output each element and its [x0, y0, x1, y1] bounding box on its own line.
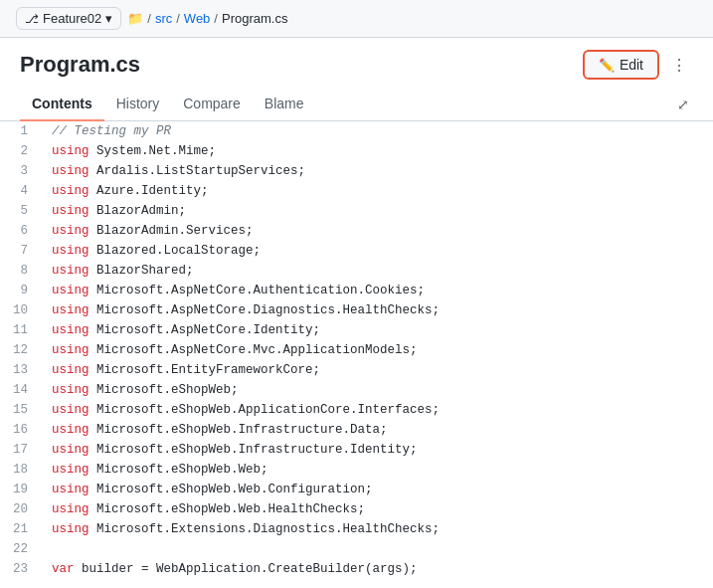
branch-selector[interactable]: ⎇ Feature02 ▾ [16, 7, 121, 30]
edit-button[interactable]: ✏️ Edit [583, 50, 659, 80]
line-number: 14 [0, 380, 40, 400]
table-row: 15using Microsoft.eShopWeb.ApplicationCo… [0, 400, 713, 420]
table-row: 20using Microsoft.eShopWeb.Web.HealthChe… [0, 499, 713, 519]
breadcrumb-web[interactable]: Web [184, 11, 211, 26]
branch-icon: ⎇ [25, 12, 39, 26]
table-row: 5using BlazorAdmin; [0, 201, 713, 221]
line-number: 8 [0, 261, 40, 281]
line-number: 15 [0, 400, 40, 420]
table-row: 2using System.Net.Mime; [0, 141, 713, 161]
line-content: using Microsoft.AspNetCore.Authenticatio… [40, 281, 713, 300]
folder-icon: 📁 [127, 11, 143, 26]
table-row: 17using Microsoft.eShopWeb.Infrastructur… [0, 440, 713, 460]
line-number: 12 [0, 340, 40, 360]
table-row: 16using Microsoft.eShopWeb.Infrastructur… [0, 420, 713, 440]
table-row: 22 [0, 539, 713, 559]
line-number: 19 [0, 480, 40, 499]
table-row: 10using Microsoft.AspNetCore.Diagnostics… [0, 300, 713, 320]
line-number: 20 [0, 499, 40, 519]
table-row: 11using Microsoft.AspNetCore.Identity; [0, 320, 713, 340]
pencil-icon: ✏️ [599, 58, 615, 73]
tab-contents[interactable]: Contents [20, 88, 104, 121]
line-content: using Microsoft.eShopWeb; [40, 380, 713, 400]
code-body: 1// Testing my PR2using System.Net.Mime;… [0, 121, 713, 576]
table-row: 3using Ardalis.ListStartupServices; [0, 161, 713, 181]
table-row: 23var builder = WebApplication.CreateBui… [0, 559, 713, 576]
table-row: 1// Testing my PR [0, 121, 713, 141]
line-number: 2 [0, 141, 40, 161]
line-number: 6 [0, 221, 40, 241]
page-title: Program.cs [20, 52, 140, 78]
line-content: using BlazorAdmin; [40, 201, 713, 221]
tab-history[interactable]: History [104, 88, 172, 121]
line-number: 1 [0, 121, 40, 141]
table-row: 21using Microsoft.Extensions.Diagnostics… [0, 519, 713, 539]
table-row: 18using Microsoft.eShopWeb.Web; [0, 460, 713, 480]
line-content: using Azure.Identity; [40, 181, 713, 201]
line-content: using Microsoft.eShopWeb.Web; [40, 460, 713, 480]
line-content: using Microsoft.AspNetCore.Diagnostics.H… [40, 300, 713, 320]
table-row: 9using Microsoft.AspNetCore.Authenticati… [0, 281, 713, 300]
breadcrumb-sep: / [147, 11, 151, 26]
expand-icon[interactable]: ⤢ [677, 97, 693, 112]
edit-label: Edit [620, 57, 643, 73]
line-content: using Ardalis.ListStartupServices; [40, 161, 713, 181]
table-row: 14using Microsoft.eShopWeb; [0, 380, 713, 400]
line-content: using Microsoft.Extensions.Diagnostics.H… [40, 519, 713, 539]
line-content: using Microsoft.eShopWeb.Infrastructure.… [40, 420, 713, 440]
line-number: 11 [0, 320, 40, 340]
tab-compare[interactable]: Compare [171, 88, 253, 121]
line-number: 13 [0, 360, 40, 380]
table-row: 4using Azure.Identity; [0, 181, 713, 201]
table-row: 13using Microsoft.EntityFrameworkCore; [0, 360, 713, 380]
line-number: 23 [0, 559, 40, 576]
line-content: // Testing my PR [40, 121, 713, 141]
line-content: using Microsoft.eShopWeb.Web.HealthCheck… [40, 499, 713, 519]
breadcrumb-src[interactable]: src [155, 11, 172, 26]
chevron-down-icon: ▾ [105, 11, 112, 26]
line-number: 4 [0, 181, 40, 201]
branch-name: Feature02 [43, 11, 101, 26]
line-content: var builder = WebApplication.CreateBuild… [40, 559, 713, 576]
code-viewer: 1// Testing my PR2using System.Net.Mime;… [0, 121, 713, 576]
table-row: 8using BlazorShared; [0, 261, 713, 281]
line-number: 18 [0, 460, 40, 480]
line-number: 9 [0, 281, 40, 300]
breadcrumb-sep2: / [176, 11, 180, 26]
line-content: using Microsoft.eShopWeb.Web.Configurati… [40, 480, 713, 499]
line-number: 5 [0, 201, 40, 221]
table-row: 6using BlazorAdmin.Services; [0, 221, 713, 241]
top-bar: ⎇ Feature02 ▾ 📁 / src / Web / Program.cs [0, 0, 713, 38]
table-row: 12using Microsoft.AspNetCore.Mvc.Applica… [0, 340, 713, 360]
line-content: using Blazored.LocalStorage; [40, 241, 713, 261]
line-content [40, 539, 713, 559]
tabs-bar: Contents History Compare Blame ⤢ [0, 88, 713, 121]
kebab-menu-button[interactable]: ⋮ [665, 52, 693, 79]
breadcrumb-sep3: / [214, 11, 218, 26]
line-content: using BlazorShared; [40, 261, 713, 281]
line-number: 16 [0, 420, 40, 440]
breadcrumb: 📁 / src / Web / Program.cs [127, 11, 287, 26]
tab-blame[interactable]: Blame [253, 88, 316, 121]
line-content: using Microsoft.EntityFrameworkCore; [40, 360, 713, 380]
line-content: using Microsoft.eShopWeb.Infrastructure.… [40, 440, 713, 460]
line-content: using Microsoft.AspNetCore.Mvc.Applicati… [40, 340, 713, 360]
line-number: 3 [0, 161, 40, 181]
line-number: 21 [0, 519, 40, 539]
table-row: 7using Blazored.LocalStorage; [0, 241, 713, 261]
table-row: 19using Microsoft.eShopWeb.Web.Configura… [0, 480, 713, 499]
breadcrumb-file: Program.cs [222, 11, 287, 26]
line-number: 10 [0, 300, 40, 320]
line-content: using Microsoft.eShopWeb.ApplicationCore… [40, 400, 713, 420]
line-number: 17 [0, 440, 40, 460]
file-header: Program.cs ✏️ Edit ⋮ [0, 38, 713, 80]
code-table: 1// Testing my PR2using System.Net.Mime;… [0, 121, 713, 576]
line-content: using System.Net.Mime; [40, 141, 713, 161]
header-actions: ✏️ Edit ⋮ [583, 50, 693, 80]
line-number: 22 [0, 539, 40, 559]
line-number: 7 [0, 241, 40, 261]
line-content: using Microsoft.AspNetCore.Identity; [40, 320, 713, 340]
line-content: using BlazorAdmin.Services; [40, 221, 713, 241]
